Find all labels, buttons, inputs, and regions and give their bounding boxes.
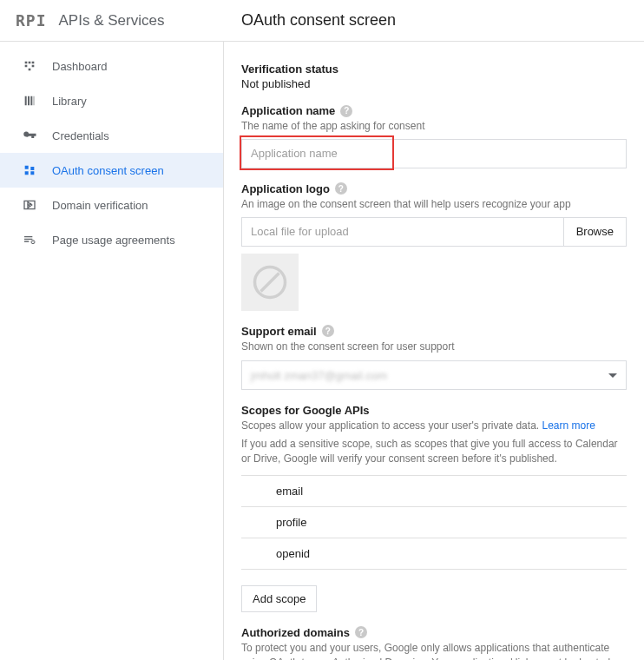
sidebar-item-consent[interactable]: OAuth consent screen [0, 153, 223, 188]
add-scope-button[interactable]: Add scope [241, 585, 317, 612]
header: RPI APIs & Services OAuth consent screen [0, 0, 644, 42]
app-logo-hint: An image on the consent screen that will… [241, 197, 627, 212]
scopes-hint-text: Scopes allow your application to access … [241, 419, 542, 432]
scope-row: openid [241, 538, 627, 570]
header-left: RPI APIs & Services [0, 11, 224, 30]
product-title: APIs & Services [59, 12, 165, 30]
sidebar-item-label: OAuth consent screen [52, 164, 164, 177]
auth-domains-label-text: Authorized domains [241, 626, 350, 639]
api-logo: RPI [16, 11, 47, 30]
help-icon[interactable]: ? [335, 182, 347, 195]
scopes-hint: Scopes allow your application to access … [241, 419, 627, 433]
sidebar: Dashboard Library Credentials OAuth cons… [0, 42, 224, 660]
auth-domains-hint-text: To protect you and your users, Google on… [241, 642, 625, 660]
scopes-learn-more-link[interactable]: Learn more [542, 419, 595, 432]
chevron-down-icon [608, 373, 617, 378]
consent-icon [21, 162, 38, 179]
auth-domains-label: Authorized domains ? [241, 626, 627, 639]
scopes-label: Scopes for Google APIs [241, 404, 627, 417]
sidebar-item-label: Credentials [52, 129, 109, 142]
app-logo-label-text: Application logo [241, 182, 330, 195]
sidebar-item-agreements[interactable]: Page usage agreements [0, 222, 223, 257]
sidebar-item-label: Page usage agreements [52, 234, 175, 247]
page-title: OAuth consent screen [224, 11, 396, 30]
agreements-icon [21, 231, 38, 248]
domain-icon [21, 196, 38, 214]
logo-placeholder [241, 254, 299, 311]
app-logo-label: Application logo ? [241, 182, 627, 195]
support-email-hint: Shown on the consent screen for user sup… [241, 340, 627, 354]
auth-domains-hint: To protect you and your users, Google on… [241, 641, 627, 660]
verification-status-label: Verification status [241, 63, 627, 76]
help-icon[interactable]: ? [340, 105, 352, 117]
support-email-value: jmholt zman37@gmail.com [251, 369, 387, 382]
sidebar-item-label: Domain verification [52, 199, 148, 212]
sidebar-item-domain[interactable]: Domain verification [0, 188, 223, 222]
sidebar-item-label: Library [52, 95, 87, 108]
browse-button[interactable]: Browse [563, 217, 627, 247]
scope-list: email profile openid [241, 475, 627, 570]
library-icon [21, 92, 38, 109]
credentials-icon [21, 127, 38, 144]
support-email-label: Support email ? [241, 325, 627, 338]
sidebar-item-label: Dashboard [52, 60, 108, 73]
sidebar-item-credentials[interactable]: Credentials [0, 118, 223, 153]
help-icon[interactable]: ? [355, 626, 367, 638]
app-name-label-text: Application name [241, 104, 335, 117]
main-content: Verification status Not published Applic… [224, 42, 644, 660]
scope-row: email [241, 476, 627, 507]
sidebar-item-dashboard[interactable]: Dashboard [0, 49, 223, 83]
verification-status-value: Not published [241, 77, 627, 90]
app-logo-path-input[interactable] [241, 217, 563, 247]
scopes-sensitive-hint: If you add a sensitive scope, such as sc… [241, 437, 627, 466]
app-name-label: Application name ? [241, 104, 627, 117]
dashboard-icon [21, 57, 38, 75]
svg-line-2 [261, 273, 279, 291]
support-email-label-text: Support email [241, 325, 317, 338]
app-name-input[interactable] [241, 139, 627, 168]
sidebar-item-library[interactable]: Library [0, 83, 223, 118]
help-icon[interactable]: ? [322, 325, 334, 337]
support-email-select[interactable]: jmholt zman37@gmail.com [241, 360, 627, 390]
scope-row: profile [241, 507, 627, 538]
app-name-hint: The name of the app asking for consent [241, 119, 627, 134]
